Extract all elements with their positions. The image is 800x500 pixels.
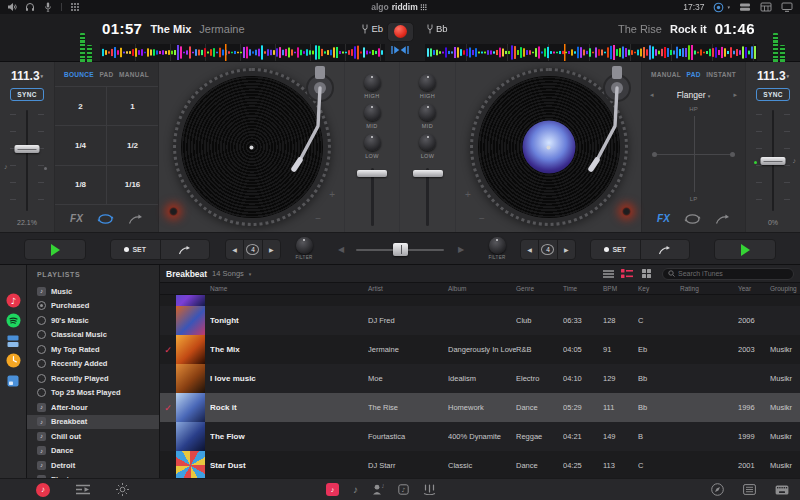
track-row[interactable]: TonightDJ FredClub06:33128C2006 <box>160 306 800 335</box>
spotify-source-icon[interactable] <box>6 313 21 328</box>
playlist-item[interactable]: Top 25 Most Played <box>27 386 159 401</box>
grid-icon[interactable] <box>70 2 80 12</box>
automix-icon[interactable] <box>391 45 409 55</box>
deck1-loop-length[interactable]: 4 <box>243 240 261 259</box>
bounce-arc-icon[interactable] <box>128 213 143 225</box>
tab-manual[interactable]: MANUAL <box>119 71 149 78</box>
chevron-down-icon[interactable]: ▾ <box>249 271 252 277</box>
record-button[interactable] <box>387 22 414 42</box>
deck1-mid-knob[interactable] <box>364 104 381 121</box>
loop-mode-icon[interactable] <box>97 213 114 225</box>
playlist-item[interactable]: 90's Music <box>27 313 159 328</box>
list-view-icon[interactable] <box>601 269 615 279</box>
fx-xy-pad[interactable]: HP LP <box>650 103 737 205</box>
tab-instant[interactable]: INSTANT <box>706 71 736 78</box>
pitch-bend-plus[interactable]: + <box>465 189 471 200</box>
detail-view-icon[interactable] <box>620 269 634 279</box>
loop-pad-eighth[interactable]: 1/8 <box>55 166 106 204</box>
deck1-loop-double-button[interactable]: ▶ <box>262 240 280 259</box>
speaker-icon[interactable] <box>7 2 17 12</box>
track-row[interactable]: I love musicMoeIdealismElectro04:10129Bb… <box>160 364 800 393</box>
loop-pad-1[interactable]: 1 <box>107 87 158 125</box>
browse-compass-icon[interactable] <box>711 483 724 496</box>
history-source-icon[interactable] <box>6 353 21 368</box>
tab-bounce[interactable]: BOUNCE <box>64 71 94 78</box>
deck1-volume-fader[interactable] <box>355 165 389 226</box>
deck2-sync-button[interactable]: SYNC <box>756 88 790 101</box>
deck1-play-button[interactable] <box>24 239 86 260</box>
track-row[interactable]: ✓The MixJermaineDangerously In LoveR&B04… <box>160 335 800 364</box>
playlist-item[interactable]: ♪After-hour <box>27 400 159 415</box>
display-icon[interactable] <box>781 2 793 12</box>
deck1-high-knob[interactable] <box>364 74 381 91</box>
track-row[interactable]: GrooveJoelIndie Rock02:47138C2001 <box>160 295 800 306</box>
pitch-bend-plus[interactable]: + <box>329 189 335 200</box>
column-header-key[interactable]: Key <box>638 285 680 292</box>
deck1-loop-halve-button[interactable]: ◀ <box>226 240 243 259</box>
deck2-mid-knob[interactable] <box>419 104 436 121</box>
list-panel-icon[interactable] <box>743 484 756 495</box>
deck2-high-knob[interactable] <box>419 74 436 91</box>
decks-view-icon[interactable] <box>739 2 751 12</box>
deck2-low-knob[interactable] <box>419 134 436 151</box>
deck1-waveform[interactable] <box>100 44 385 61</box>
pitch-bend-minus[interactable]: − <box>315 213 321 224</box>
track-row[interactable]: The FlowFourtastica400% DynamiteReggae04… <box>160 422 800 451</box>
deck2-cue-jump-button[interactable] <box>640 240 690 259</box>
chevron-down-icon[interactable]: ▾ <box>727 4 730 10</box>
artists-tab-icon[interactable]: ♪ <box>372 484 384 495</box>
deck2-filter-knob[interactable] <box>489 237 506 254</box>
effect-next-button[interactable]: ▸ <box>733 91 737 99</box>
search-input[interactable] <box>678 270 788 277</box>
column-header-bpm[interactable]: BPM <box>603 285 638 292</box>
track-row[interactable]: ✓Rock itThe RiseHomeworkDance05:29111Bb1… <box>160 393 800 422</box>
table-view-icon[interactable] <box>760 2 772 12</box>
mic-icon[interactable] <box>43 2 53 12</box>
track-row[interactable]: Star DustDJ StarrClassicDance04:25113C20… <box>160 451 800 478</box>
deck2-set-button[interactable]: SET <box>591 240 640 259</box>
playlist-item[interactable]: Purchased <box>27 299 159 314</box>
queue-icon[interactable] <box>76 484 90 495</box>
deck1-low-knob[interactable] <box>364 134 381 151</box>
crossfader[interactable] <box>356 241 444 258</box>
deck1-set-button[interactable]: SET <box>111 240 160 259</box>
tracks-tab-icon[interactable]: ♪ <box>353 484 358 495</box>
column-header-genre[interactable]: Genre <box>516 285 563 292</box>
column-header-name[interactable]: Name <box>210 285 368 292</box>
deck2-waveform[interactable] <box>425 44 757 61</box>
crossfader-handle[interactable] <box>393 243 408 256</box>
tab-pad[interactable]: PAD <box>99 71 113 78</box>
crossfade-left-icon[interactable]: ◀ <box>338 245 344 254</box>
column-header-rating[interactable]: Rating <box>680 285 738 292</box>
songs-tab-icon[interactable]: ♪ <box>326 483 339 496</box>
music-library-icon[interactable]: ♪ <box>36 483 50 497</box>
column-header-artist[interactable]: Artist <box>368 285 448 292</box>
deck2-pitch-handle[interactable] <box>761 157 786 165</box>
playlist-item[interactable]: My Top Rated <box>27 342 159 357</box>
deck1-filter-knob[interactable] <box>296 237 313 254</box>
explorer-source-icon[interactable] <box>6 373 21 388</box>
playlist-item[interactable]: Classical Music <box>27 328 159 343</box>
deck1-pitch-fader[interactable]: ♪ <box>5 106 49 215</box>
loop-pad-half[interactable]: 1/2 <box>107 126 158 164</box>
deck2-fx-toggle[interactable]: FX <box>657 213 670 224</box>
tab-manual[interactable]: MANUAL <box>651 71 681 78</box>
bounce-arc-icon[interactable] <box>715 213 730 225</box>
deck2-loop-halve-button[interactable]: ◀ <box>521 240 538 259</box>
playlist-item[interactable]: ♪Breakbeat <box>27 415 159 430</box>
deck1-cue-jump-button[interactable] <box>160 240 210 259</box>
playlist-item[interactable]: ♪Music <box>27 284 159 299</box>
brightness-icon[interactable] <box>116 483 129 496</box>
deck2-volume-fader[interactable] <box>411 165 445 226</box>
playlist-item[interactable]: ♪Detroit <box>27 458 159 473</box>
files-source-icon[interactable] <box>6 333 21 348</box>
column-header-grouping[interactable]: Grouping <box>770 285 800 292</box>
loop-pad-quarter[interactable]: 1/4 <box>55 126 106 164</box>
deck2-volume-handle[interactable] <box>413 170 443 177</box>
grid-view-icon[interactable] <box>639 269 653 279</box>
genres-tab-icon[interactable] <box>423 484 436 495</box>
deck1-sync-button[interactable]: SYNC <box>10 88 44 101</box>
pitch-bend-minus[interactable]: − <box>479 213 485 224</box>
playlist-item[interactable]: Recently Added <box>27 357 159 372</box>
crossfade-right-icon[interactable]: ▶ <box>458 245 464 254</box>
